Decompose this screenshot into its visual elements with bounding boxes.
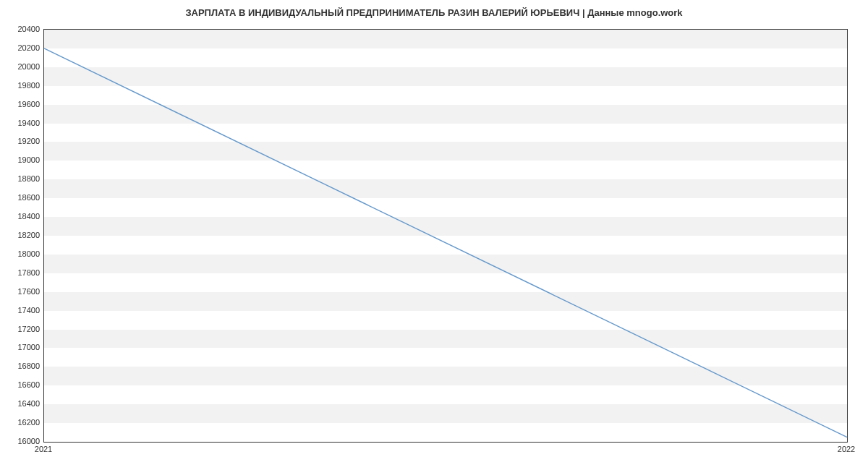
line-layer — [44, 30, 847, 442]
y-tick-label: 16400 — [4, 399, 40, 408]
y-tick-label: 18000 — [4, 249, 40, 258]
y-tick-label: 17800 — [4, 268, 40, 277]
y-tick-label: 18600 — [4, 193, 40, 202]
y-tick-label: 20200 — [4, 43, 40, 52]
y-tick-label: 19400 — [4, 119, 40, 127]
data-line — [44, 48, 847, 437]
y-tick-label: 16800 — [4, 362, 40, 370]
y-tick-label: 17400 — [4, 306, 40, 315]
y-tick-label: 18800 — [4, 174, 40, 183]
y-tick-label: 19200 — [4, 137, 40, 145]
x-tick-label: 2022 — [838, 445, 855, 453]
y-tick-label: 16600 — [4, 380, 40, 389]
y-tick-label: 17000 — [4, 343, 40, 351]
y-tick-label: 20000 — [4, 62, 40, 71]
y-tick-label: 18400 — [4, 212, 40, 221]
y-tick-label: 19600 — [4, 100, 40, 108]
chart-title: ЗАРПЛАТА В ИНДИВИДУАЛЬНЫЙ ПРЕДПРИНИМАТЕЛ… — [0, 7, 868, 18]
x-tick-label: 2021 — [35, 445, 52, 453]
y-tick-label: 17600 — [4, 287, 40, 296]
y-tick-label: 19000 — [4, 155, 40, 164]
y-tick-label: 17200 — [4, 325, 40, 333]
chart-container: ЗАРПЛАТА В ИНДИВИДУАЛЬНЫЙ ПРЕДПРИНИМАТЕЛ… — [0, 0, 868, 470]
y-tick-label: 19800 — [4, 81, 40, 90]
plot-area — [43, 29, 848, 443]
y-tick-label: 20400 — [4, 25, 40, 33]
y-tick-label: 16200 — [4, 418, 40, 427]
y-tick-label: 18200 — [4, 231, 40, 239]
